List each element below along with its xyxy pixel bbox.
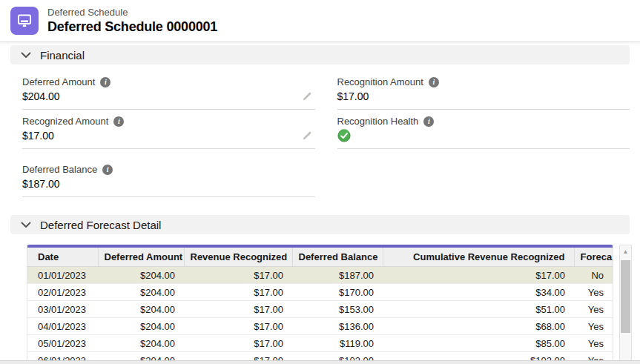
info-icon[interactable] [100, 77, 110, 87]
field-value: $17.00 [337, 89, 369, 104]
field-label: Recognized Amount [22, 115, 108, 128]
field-value: $204.00 [22, 89, 60, 104]
table-cell: $17.00 [184, 335, 292, 352]
page-title: Deferred Schedule 0000001 [47, 19, 217, 35]
table-cell: Yes [574, 301, 613, 318]
table-cell: $204.00 [98, 335, 184, 352]
table-cell: $34.00 [383, 284, 574, 301]
field-deferred-amount: Deferred Amount $204.00 [22, 72, 315, 110]
field-value-row: $17.00 [337, 88, 630, 105]
table-cell: $17.00 [184, 267, 292, 284]
edit-pencil-icon[interactable] [299, 130, 315, 141]
deferred-schedule-object-icon [10, 7, 39, 35]
scrollbar-thumb[interactable] [621, 260, 630, 333]
table-cell: $204.00 [98, 318, 184, 335]
field-label-row: Deferred Amount [22, 76, 315, 88]
table-cell: Yes [574, 284, 613, 301]
column-header[interactable]: Cumulative Revenue Recognized [383, 248, 574, 267]
table-cell: Yes [574, 318, 613, 335]
field-label: Deferred Amount [22, 76, 95, 88]
forecast-table-viewport: DateDeferred AmountRevenue RecognizedDef… [27, 245, 613, 364]
table-cell: $187.00 [292, 267, 383, 284]
info-icon[interactable] [429, 77, 439, 87]
forecast-table-head-row: DateDeferred AmountRevenue RecognizedDef… [27, 248, 613, 267]
table-cell: $17.00 [184, 318, 292, 335]
table-cell: 01/01/2023 [27, 267, 98, 284]
field-recognition-health: Recognition Health [337, 111, 630, 149]
chevron-down-icon [21, 222, 31, 228]
field-label: Recognition Health [337, 115, 419, 128]
chevron-down-icon [21, 52, 31, 59]
table-cell: $17.00 [184, 284, 292, 301]
fields-left-column: Deferred Amount $204.00 Recognized Amoun… [22, 72, 315, 199]
forecast-table: DateDeferred AmountRevenue RecognizedDef… [27, 248, 613, 364]
table-cell: $119.00 [292, 335, 383, 352]
table-cell: $170.00 [292, 284, 383, 301]
field-label-row: Recognition Health [337, 115, 630, 128]
column-header[interactable]: Revenue Recognized [184, 248, 292, 267]
table-cell: No [574, 267, 613, 284]
object-label: Deferred Schedule [47, 7, 217, 19]
table-vertical-scrollbar[interactable]: ▲ [619, 245, 632, 364]
field-value-row: $17.00 [22, 128, 315, 144]
field-label-row: Deferred Balance [22, 163, 315, 176]
table-row[interactable]: 05/01/2023$204.00$17.00$119.00$85.00Yes [27, 335, 613, 352]
page-bottom-edge [0, 360, 640, 364]
table-cell: $68.00 [383, 318, 574, 335]
section-title: Deferred Forecast Detail [40, 219, 161, 231]
record-page: Deferred Schedule Deferred Schedule 0000… [0, 0, 640, 364]
field-value-row: $187.00 [22, 176, 315, 192]
field-recognized-amount: Recognized Amount $17.00 [22, 111, 315, 149]
field-value-row: $204.00 [22, 88, 315, 105]
table-cell: 02/01/2023 [27, 284, 98, 301]
table-row[interactable]: 04/01/2023$204.00$17.00$136.00$68.00Yes [27, 318, 613, 335]
table-cell: $17.00 [184, 301, 292, 318]
column-header[interactable]: Forecast? [574, 248, 613, 267]
field-label-row: Recognition Amount [337, 76, 630, 88]
fields-right-column: Recognition Amount $17.00 Recognition He… [337, 72, 630, 199]
info-icon[interactable] [102, 165, 113, 175]
table-row[interactable]: 01/01/2023$204.00$17.00$187.00$17.00No [27, 267, 613, 284]
scrollbar-up-arrow-icon[interactable]: ▲ [620, 245, 631, 257]
table-cell: 03/01/2023 [27, 301, 98, 318]
field-deferred-balance: Deferred Balance $187.00 [22, 159, 315, 197]
table-cell: $136.00 [292, 318, 383, 335]
table-row[interactable]: 03/01/2023$204.00$17.00$153.00$51.00Yes [27, 301, 613, 318]
column-header[interactable]: Deferred Balance [292, 248, 383, 267]
table-cell: $51.00 [383, 301, 574, 318]
section-header-financial[interactable]: Financial [10, 45, 630, 64]
info-icon[interactable] [113, 116, 124, 127]
table-row[interactable]: 02/01/2023$204.00$17.00$170.00$34.00Yes [27, 284, 613, 301]
edit-pencil-icon[interactable] [299, 91, 315, 102]
forecast-table-area: DateDeferred AmountRevenue RecognizedDef… [27, 245, 632, 364]
section-title: Financial [40, 49, 85, 62]
table-cell: $85.00 [383, 335, 574, 352]
field-label: Deferred Balance [22, 163, 97, 176]
field-label: Recognition Amount [337, 76, 423, 88]
table-cell: $204.00 [98, 301, 184, 318]
success-check-icon [337, 129, 351, 142]
financial-fields: Deferred Amount $204.00 Recognized Amoun… [0, 64, 640, 199]
table-cell: 04/01/2023 [27, 318, 98, 335]
column-header[interactable]: Date [27, 248, 98, 267]
forecast-table-body: 01/01/2023$204.00$17.00$187.00$17.00No02… [27, 267, 613, 364]
desktop-icon [16, 12, 33, 30]
record-header: Deferred Schedule Deferred Schedule 0000… [0, 0, 640, 42]
field-label-row: Recognized Amount [22, 115, 315, 128]
field-value-row [337, 128, 630, 144]
table-cell: $17.00 [383, 267, 574, 284]
field-recognition-amount: Recognition Amount $17.00 [337, 72, 630, 110]
section-header-deferred-forecast-detail[interactable]: Deferred Forecast Detail [10, 215, 630, 234]
table-cell: $204.00 [98, 267, 184, 284]
info-icon[interactable] [423, 116, 434, 127]
field-value: $187.00 [22, 176, 60, 191]
table-cell: Yes [574, 335, 613, 352]
field-value: $17.00 [22, 128, 54, 143]
header-titles: Deferred Schedule Deferred Schedule 0000… [47, 7, 217, 35]
table-cell: 05/01/2023 [27, 335, 98, 352]
table-cell: $153.00 [292, 301, 383, 318]
table-cell: $204.00 [98, 284, 184, 301]
column-header[interactable]: Deferred Amount [98, 248, 184, 267]
